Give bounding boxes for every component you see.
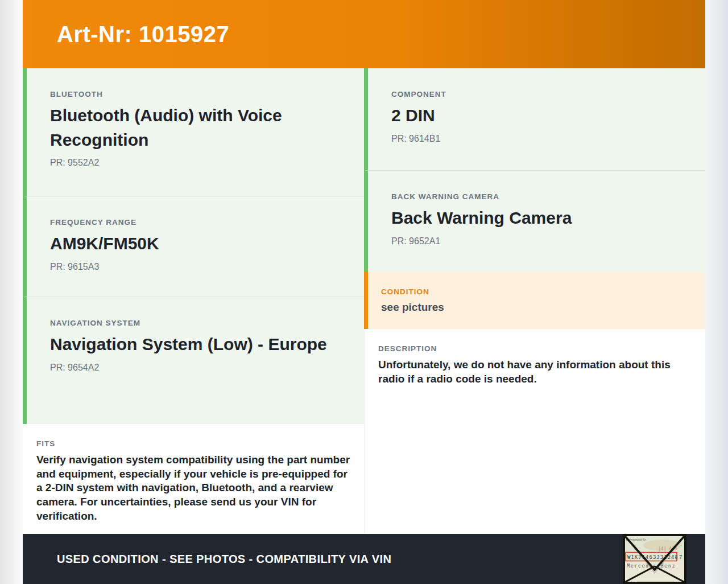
back-camera-pr-code: PR: 9652A1: [391, 236, 694, 246]
spec-columns: BLUETOOTH Bluetooth (Audio) with Voice R…: [23, 68, 705, 534]
fits-label: FITS: [36, 439, 350, 448]
navigation-title: Navigation System (Low) - Europe: [50, 332, 337, 357]
vin-suffix-text: 7: [679, 554, 682, 560]
card-frequency-range: FREQUENCY RANGE AM9K/FM50K PR: 9615A3: [23, 196, 364, 297]
footer-text: USED CONDITION - SEE PHOTOS - COMPATIBIL…: [57, 553, 391, 566]
right-column: COMPONENT 2 DIN PR: 9614B1 BACK WARNING …: [364, 68, 705, 534]
navigation-label: NAVIGATION SYSTEM: [50, 319, 353, 327]
card-description: DESCRIPTION Unfortunately, we do not hav…: [364, 329, 705, 534]
card-bluetooth: BLUETOOTH Bluetooth (Audio) with Voice R…: [23, 68, 364, 196]
vin-text: W1K71463J31248: [627, 554, 679, 560]
component-pr-code: PR: 9614B1: [391, 134, 694, 144]
footer-banner: USED CONDITION - SEE PHOTOS - COMPATIBIL…: [23, 534, 705, 584]
vin-document-envelope-thumbnail: Fahrgestell-Nr. |4| A|A W1K71463J31248 7…: [623, 534, 686, 584]
card-back-warning-camera: BACK WARNING CAMERA Back Warning Camera …: [364, 171, 705, 272]
header-banner: Art-Nr: 1015927: [23, 0, 705, 68]
description-text: Unfortunately, we do not have any inform…: [378, 358, 694, 386]
condition-value: see pictures: [381, 301, 694, 314]
frequency-label: FREQUENCY RANGE: [50, 218, 353, 227]
product-spec-page: Art-Nr: 1015927 BLUETOOTH Bluetooth (Aud…: [0, 0, 728, 584]
bluetooth-label: BLUETOOTH: [50, 90, 353, 98]
description-label: DESCRIPTION: [378, 344, 694, 353]
fits-text: Verify navigation system compatibility u…: [36, 453, 350, 523]
card-component: COMPONENT 2 DIN PR: 9614B1: [364, 68, 705, 171]
component-title: 2 DIN: [391, 104, 679, 128]
component-label: COMPONENT: [391, 90, 694, 98]
page-title: Art-Nr: 1015927: [57, 22, 229, 47]
back-camera-title: Back Warning Camera: [391, 206, 679, 231]
card-fits: FITS Verify navigation system compatibil…: [23, 424, 364, 534]
spec-sheet: Art-Nr: 1015927 BLUETOOTH Bluetooth (Aud…: [23, 0, 705, 584]
bluetooth-title: Bluetooth (Audio) with Voice Recognition: [50, 104, 337, 152]
back-camera-label: BACK WARNING CAMERA: [391, 192, 694, 201]
card-condition: CONDITION see pictures: [364, 272, 705, 329]
card-navigation-system: NAVIGATION SYSTEM Navigation System (Low…: [23, 297, 364, 424]
envelope-icon: Fahrgestell-Nr. |4| A|A W1K71463J31248 7…: [623, 534, 686, 584]
frequency-pr-code: PR: 9615A3: [50, 262, 353, 272]
bluetooth-pr-code: PR: 9552A2: [50, 158, 353, 168]
navigation-pr-code: PR: 9654A2: [50, 363, 353, 373]
frequency-title: AM9K/FM50K: [50, 232, 337, 256]
condition-label: CONDITION: [381, 287, 694, 296]
left-column: BLUETOOTH Bluetooth (Audio) with Voice R…: [23, 68, 364, 534]
